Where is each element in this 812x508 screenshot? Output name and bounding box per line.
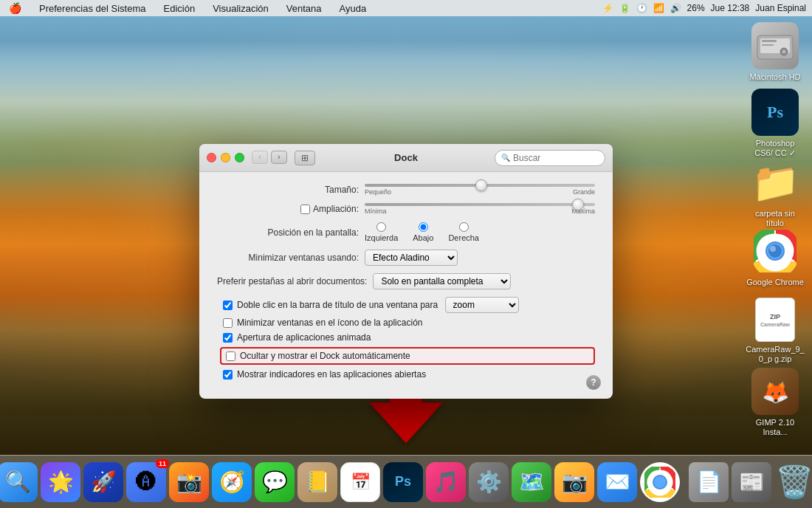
- appstore-icon: 🅐: [136, 470, 156, 494]
- posicion-row: Posición en la pantalla: Izquierda Abajo: [217, 222, 595, 242]
- radio-izquierda[interactable]: [376, 222, 386, 232]
- svg-point-18: [654, 476, 666, 488]
- ampliacion-slider[interactable]: Mínima Máxima: [365, 203, 595, 215]
- apple-menu[interactable]: 🍎: [6, 2, 24, 14]
- menu-system-prefs[interactable]: Preferencias del Sistema: [36, 3, 149, 14]
- posicion-izquierda[interactable]: Izquierda: [365, 222, 398, 242]
- mostrar-indicadores-checkbox[interactable]: [223, 370, 233, 380]
- dock-contacts[interactable]: 📒: [297, 462, 337, 502]
- dock-maps[interactable]: 🗺️: [512, 462, 551, 502]
- ps-icon: Ps: [751, 89, 799, 136]
- notes-icon: 📰: [739, 470, 765, 494]
- dock-calendar[interactable]: 📅: [340, 462, 380, 502]
- maps-icon: 🗺️: [519, 470, 545, 494]
- svg-rect-5: [762, 44, 774, 46]
- safari-icon: 🧭: [219, 470, 245, 494]
- dock-ps-icon: Ps: [395, 474, 411, 490]
- search-input[interactable]: [513, 153, 599, 163]
- posicion-label: Posición en la pantalla:: [217, 227, 365, 238]
- desktop-icon-folder[interactable]: 📁 carpeta sin título: [746, 159, 805, 228]
- forward-button[interactable]: ›: [271, 151, 287, 164]
- files-icon: 📄: [696, 470, 722, 494]
- desktop-icon-hd[interactable]: Macintosh HD: [746, 22, 805, 82]
- folder-label: carpeta sin título: [746, 209, 805, 228]
- dock-safari[interactable]: 🧭: [212, 462, 252, 502]
- window-buttons: [207, 153, 244, 162]
- preferir-row: Preferir pestañas al abrir documentos: S…: [217, 273, 595, 289]
- dock-mail[interactable]: ✉️: [597, 462, 637, 502]
- dock-photos[interactable]: 📸: [169, 462, 209, 502]
- menu-ayuda[interactable]: Ayuda: [337, 3, 370, 14]
- dock: 🔍 🌟 🚀 🅐 11 📸 🧭 💬 📒: [0, 455, 812, 508]
- messages-icon: 💬: [262, 470, 288, 494]
- tamano-label: Tamaño:: [217, 185, 365, 195]
- svg-point-3: [782, 50, 785, 53]
- ampliacion-label-cell: Ampliación:: [217, 204, 365, 214]
- desktop-icon-cameraraw[interactable]: ZIP CameraRaw CameraRaw_9_0_p g.zip: [746, 298, 805, 364]
- ampliacion-checkbox[interactable]: [300, 205, 310, 214]
- dock-chrome[interactable]: [640, 462, 680, 502]
- desktop-icon-chrome[interactable]: Google Chrome: [746, 227, 805, 287]
- menubar-battery-icon2: 🔋: [619, 3, 630, 13]
- radio-derecha[interactable]: [459, 222, 469, 232]
- cameraraw-icon: ZIP CameraRaw: [755, 298, 795, 342]
- doble-clic-row: Doble clic en la barra de título de una …: [217, 297, 595, 313]
- dock-trash[interactable]: 🗑️: [774, 462, 812, 502]
- menu-edicion[interactable]: Edición: [161, 3, 199, 14]
- minimizar-icono-checkbox[interactable]: [223, 318, 233, 328]
- launchpad-icon: 🚀: [91, 470, 117, 494]
- photos2-icon: 📷: [562, 470, 588, 494]
- apertura-label: Apertura de aplicaciones animada: [237, 332, 371, 343]
- svg-point-10: [768, 244, 782, 258]
- ampliacion-min: Mínima: [365, 207, 387, 215]
- apertura-checkbox[interactable]: [223, 333, 233, 343]
- dock-itunes[interactable]: 🎵: [426, 462, 466, 502]
- dock-photos2[interactable]: 📷: [554, 462, 594, 502]
- dock-system-prefs[interactable]: ⚙️: [469, 462, 509, 502]
- zoom-select[interactable]: zoom minimizar: [445, 297, 519, 313]
- tamano-slider[interactable]: Pequeño Grande: [365, 184, 595, 196]
- menubar-wifi-icon: 📶: [653, 3, 664, 13]
- desktop-icon-photoshop[interactable]: Ps Photoshop CS6/ CC ✓: [746, 89, 805, 158]
- hd-icon: [751, 22, 799, 69]
- help-button[interactable]: ?: [586, 375, 601, 390]
- folder-icon: 📁: [751, 159, 799, 206]
- radio-abajo[interactable]: [419, 222, 428, 232]
- dock-finder[interactable]: 🔍: [0, 462, 38, 502]
- itunes-icon: 🎵: [433, 470, 459, 494]
- menubar-right: ⚡ 🔋 🕐 📶 🔊 26% Jue 12:38 Juan Espinal: [602, 3, 806, 13]
- dock-siri[interactable]: 🌟: [41, 462, 80, 502]
- dialog-title: Dock: [394, 152, 418, 163]
- chrome-label: Google Chrome: [746, 278, 805, 287]
- doble-clic-text: Doble clic en la barra de título de una …: [237, 300, 438, 310]
- dock-photoshop[interactable]: Ps: [383, 462, 423, 502]
- doble-clic-checkbox[interactable]: [223, 301, 233, 310]
- grid-button[interactable]: ⊞: [295, 151, 315, 165]
- dock-launchpad[interactable]: 🚀: [83, 462, 123, 502]
- dock-files[interactable]: 📄: [689, 462, 729, 502]
- dock-messages[interactable]: 💬: [255, 462, 295, 502]
- menu-visualizacion[interactable]: Visualización: [210, 3, 272, 14]
- ocultar-checkbox[interactable]: [226, 351, 235, 361]
- menubar-user[interactable]: Juan Espinal: [755, 3, 806, 13]
- maximize-button[interactable]: [235, 153, 244, 162]
- ps-label: Photoshop CS6/ CC ✓: [746, 139, 805, 158]
- ampliacion-row: Ampliación: Mínima Máxima: [217, 203, 595, 215]
- search-box[interactable]: 🔍: [495, 150, 605, 166]
- hd-label: Macintosh HD: [746, 72, 805, 82]
- minimize-button[interactable]: [221, 153, 230, 162]
- close-button[interactable]: [207, 153, 216, 162]
- dock-appstore[interactable]: 🅐 11: [126, 462, 166, 502]
- minimizar-row: Minimizar ventanas usando: Efecto Aladin…: [217, 250, 595, 266]
- posicion-derecha[interactable]: Derecha: [448, 222, 479, 242]
- menu-ventana[interactable]: Ventana: [283, 3, 325, 14]
- back-button[interactable]: ‹: [252, 151, 268, 164]
- preferir-select[interactable]: Solo en pantalla completa Siempre Nunca: [373, 273, 511, 289]
- appstore-badge: 11: [156, 459, 169, 468]
- radio-derecha-label: Derecha: [448, 233, 479, 242]
- mostrar-indicadores-row: Mostrar indicadores en las aplicaciones …: [217, 369, 595, 380]
- minimizar-select[interactable]: Efecto Aladino Efecto Genio: [365, 250, 458, 266]
- posicion-abajo[interactable]: Abajo: [413, 222, 433, 242]
- desktop-icon-gimp[interactable]: 🦊 GIMP 2.10 Insta...: [746, 368, 805, 437]
- dock-notes[interactable]: 📰: [732, 462, 771, 502]
